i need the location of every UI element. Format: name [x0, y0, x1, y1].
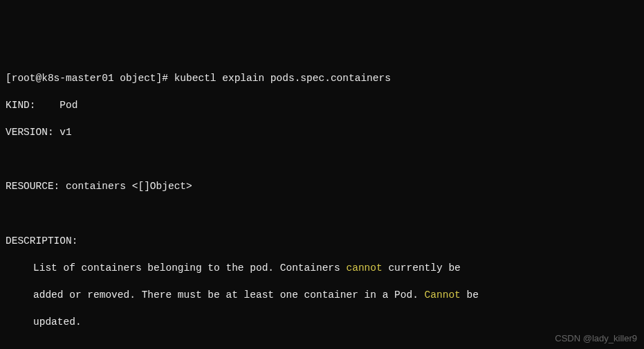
keyword-cannot: cannot [346, 262, 382, 274]
keyword-cannot: Cannot [425, 289, 461, 301]
resource-line: RESOURCE: containers <[]Object> [6, 180, 638, 194]
terminal-output: [root@k8s-master01 object]# kubectl expl… [6, 58, 638, 349]
desc-text: added or removed. There must be at least… [33, 289, 425, 301]
description-text: added or removed. There must be at least… [6, 289, 638, 303]
version-value: v1 [59, 127, 71, 138]
description-text: List of containers belonging to the pod.… [6, 262, 638, 276]
prompt-line: [root@k8s-master01 object]# kubectl expl… [6, 72, 638, 86]
desc-text: be [461, 289, 479, 301]
desc-text: currently be [383, 262, 461, 274]
kind-value: Pod [59, 100, 77, 111]
blank-line [6, 343, 638, 349]
version-label: VERSION: [6, 127, 59, 138]
kind-line: KIND: Pod [6, 99, 638, 113]
blank-line [6, 207, 638, 221]
command-text: kubectl explain pods.spec.containers [174, 73, 391, 84]
description-text: updated. [6, 316, 638, 330]
kind-label: KIND: [6, 100, 59, 111]
shell-prompt: [root@k8s-master01 object]# [6, 73, 174, 84]
blank-line [6, 153, 638, 167]
watermark: CSDN @lady_killer9 [555, 332, 637, 345]
description-label: DESCRIPTION: [6, 235, 638, 249]
resource-label: RESOURCE: [6, 181, 66, 192]
version-line: VERSION: v1 [6, 126, 638, 140]
desc-text: List of containers belonging to the pod.… [33, 262, 346, 274]
resource-value: containers <[]Object> [66, 181, 192, 192]
